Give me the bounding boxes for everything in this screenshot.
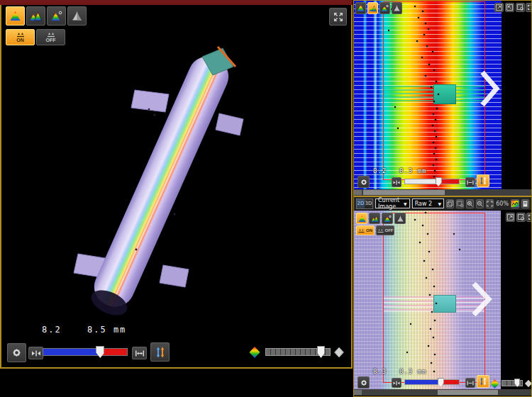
scrollbar-thumb[interactable] — [363, 190, 445, 195]
height-range-slider[interactable] — [404, 179, 460, 184]
measure-tool-button[interactable] — [505, 3, 514, 12]
pyramid-colormap-icon — [358, 215, 366, 223]
dual-peak-icon — [369, 4, 377, 12]
rainbow-diamond-icon — [489, 379, 500, 389]
lock-view-button[interactable] — [516, 213, 526, 222]
scroll-left-button[interactable] — [354, 390, 362, 395]
texture-view-button[interactable] — [394, 213, 406, 224]
height-colormap-button[interactable] — [356, 213, 367, 224]
fullscreen-button[interactable] — [526, 3, 532, 12]
collapse-horizontal-icon — [393, 179, 400, 186]
height-direction-button[interactable] — [150, 342, 170, 362]
angle-colormap-button[interactable] — [382, 213, 393, 224]
copy-view-button[interactable] — [446, 199, 454, 208]
zoom-in-button[interactable] — [466, 199, 474, 208]
heightmap-image[interactable] — [354, 1, 501, 189]
scan-direction-arrow — [470, 281, 494, 318]
range-collapse-button[interactable] — [392, 378, 401, 388]
corner-arrow-icon — [506, 4, 513, 11]
level-plane-icon — [16, 32, 25, 38]
range-collapse-button[interactable] — [392, 177, 401, 187]
height-colormap-button[interactable] — [355, 2, 366, 14]
level-plane-icon — [377, 228, 384, 233]
layer-value: Raw 2 — [415, 201, 432, 207]
view-3d-button[interactable]: 3D — [365, 199, 372, 208]
off-label: OFF — [385, 228, 394, 233]
pyramid-colormap-icon — [357, 4, 365, 12]
slider-red-zone — [443, 380, 459, 384]
settings-button[interactable] — [358, 176, 370, 188]
range-expand-button[interactable] — [465, 378, 475, 388]
multi-peak-colormap-button[interactable] — [369, 213, 380, 224]
fullscreen-button[interactable] — [329, 8, 347, 26]
height-max-label: 8.5 mm — [87, 325, 126, 335]
view-2d-button[interactable]: 2D — [357, 199, 365, 208]
angle-colormap-icon — [384, 215, 392, 223]
dual-peak-icon — [371, 215, 379, 223]
scrollbar-thumb[interactable] — [438, 390, 498, 395]
zoom-out-icon — [477, 201, 483, 207]
dual-peak-icon — [30, 10, 42, 22]
settings-button[interactable] — [7, 343, 26, 362]
multi-peak-colormap-button[interactable] — [26, 6, 45, 26]
cone-icon — [397, 215, 404, 223]
angle-colormap-button[interactable] — [379, 2, 390, 14]
height-direction-button[interactable] — [477, 375, 489, 388]
opacity-slider-handle[interactable] — [514, 379, 520, 387]
vertical-arrows-icon — [479, 377, 487, 386]
angle-colormap-button[interactable] — [47, 6, 66, 26]
panel-margin — [501, 1, 531, 189]
vertical-arrows-icon — [155, 347, 166, 358]
texture-view-button[interactable] — [392, 2, 402, 14]
part-3d-render[interactable] — [1, 1, 351, 367]
copy-lock-button[interactable] — [456, 199, 464, 208]
layer-dropdown[interactable]: Raw 2 ▼ — [412, 198, 445, 208]
overlay-on-button[interactable]: ON — [6, 29, 35, 45]
texture-view-button[interactable] — [67, 6, 87, 26]
horizontal-scrollbar[interactable] — [354, 189, 531, 196]
multi-peak-colormap-button[interactable] — [367, 2, 378, 14]
image-source-value: Current Image — [378, 197, 399, 210]
angle-colormap-icon — [381, 4, 389, 12]
overlay-on-button[interactable]: ON — [356, 225, 375, 235]
gear-icon — [11, 347, 23, 359]
overlay-off-button[interactable]: OFF — [376, 225, 394, 235]
gear-icon — [360, 379, 368, 387]
view-3d-panel: ON OFF 8.2 8.5 mm — [0, 0, 353, 369]
height-max-label: 8.3 mm — [399, 368, 427, 375]
overlay-off-button[interactable]: OFF — [36, 29, 65, 45]
range-expand-button[interactable] — [465, 177, 475, 187]
heightmap-image[interactable] — [354, 211, 501, 389]
collapse-horizontal-icon — [393, 380, 400, 386]
angle-colormap-icon — [50, 10, 62, 22]
opacity-slider[interactable] — [501, 380, 523, 386]
fullscreen-button[interactable] — [526, 213, 532, 222]
range-collapse-button[interactable] — [28, 347, 43, 359]
height-range-slider[interactable] — [404, 379, 460, 385]
opacity-slider[interactable] — [265, 348, 331, 356]
colormap-image-button[interactable] — [511, 199, 519, 208]
sub-toolbar: 2D 3D Current Image ▼ Raw 2 ▼ 60% — [354, 197, 531, 211]
height-min-label: 8.2 — [373, 167, 387, 174]
profile-tool-button[interactable] — [506, 213, 515, 222]
image-source-dropdown[interactable]: Current Image ▼ — [375, 198, 410, 208]
height-direction-button[interactable] — [477, 174, 489, 187]
settings-button[interactable] — [358, 376, 370, 388]
zoom-out-button[interactable] — [476, 199, 484, 208]
profile-tool-button[interactable] — [494, 3, 504, 12]
horizontal-scrollbar[interactable] — [354, 389, 531, 396]
expand-arrows-icon — [528, 214, 532, 220]
report-button[interactable] — [521, 199, 529, 208]
lock-view-button[interactable] — [516, 3, 525, 12]
range-expand-button[interactable] — [132, 347, 147, 359]
cone-icon — [71, 10, 83, 22]
panel-margin — [501, 211, 531, 389]
scroll-left-button[interactable] — [354, 190, 362, 195]
corner-arrow-icon — [507, 214, 514, 220]
fit-view-button[interactable] — [486, 199, 494, 208]
height-range-slider[interactable] — [43, 348, 128, 356]
on-label: ON — [16, 38, 24, 43]
height-colormap-button[interactable] — [6, 6, 25, 26]
view-lock-icon — [518, 214, 524, 220]
expand-horizontal-icon — [467, 179, 474, 186]
